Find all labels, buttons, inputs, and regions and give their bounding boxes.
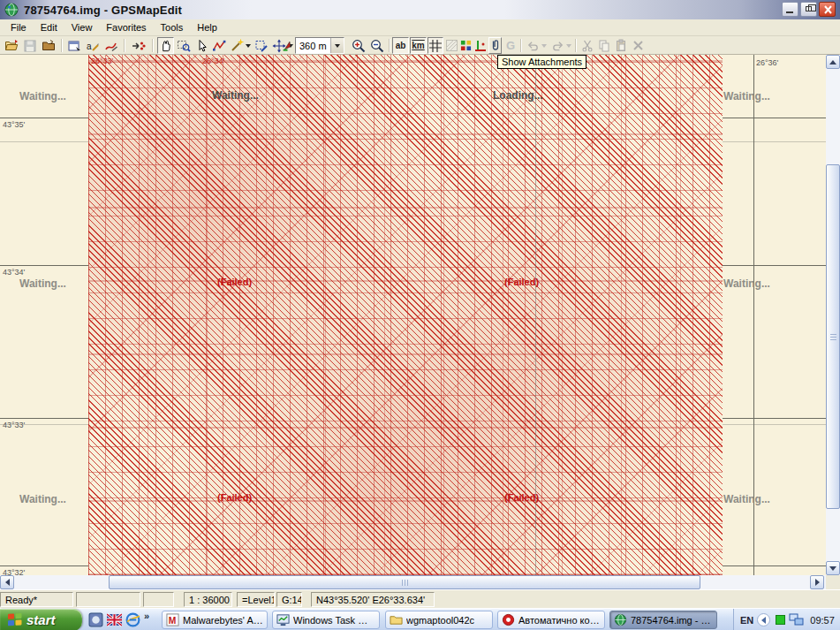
show-levels-button[interactable]	[473, 37, 488, 54]
task-malwarebytes[interactable]: M Malwarebytes' An...	[162, 611, 268, 629]
title-bar[interactable]: 78754764.img - GPSMapEdit	[0, 0, 840, 19]
tile-status-failed: (Failed)	[217, 492, 252, 503]
menu-view[interactable]: View	[64, 20, 100, 34]
margin-status-waiting: Waiting...	[723, 90, 770, 102]
show-labels-button[interactable]: ab	[392, 37, 409, 54]
task-gpsmapedit-active[interactable]: 78754764.img - G...	[609, 611, 717, 629]
chevron-down-icon	[335, 44, 340, 48]
task-task-manager[interactable]: Windows Task Ma...	[272, 611, 380, 629]
show-hatch-button[interactable]	[444, 37, 458, 54]
menu-tools[interactable]: Tools	[154, 20, 191, 34]
menu-favorites[interactable]: Favorites	[99, 20, 153, 34]
map-canvas[interactable]: 26°33' 26°34' Waiting... Loading... (Fai…	[88, 55, 723, 575]
scroll-down-button[interactable]	[826, 561, 840, 575]
close-map-button[interactable]	[40, 37, 57, 54]
quicklaunch-app-icon[interactable]	[88, 612, 103, 627]
magic-wand-button[interactable]	[228, 37, 252, 54]
wand-dropdown-icon[interactable]	[246, 44, 251, 48]
folder-icon	[390, 613, 403, 626]
paste-button[interactable]	[613, 37, 629, 54]
vertical-scrollbar[interactable]	[826, 55, 840, 575]
open-map-button[interactable]	[3, 37, 20, 54]
restore-button[interactable]	[800, 2, 817, 17]
latitude-label: 43°33'	[3, 421, 25, 429]
task-avtomatichno[interactable]: Автоматично кон...	[497, 611, 605, 629]
tile-edge-line	[723, 424, 826, 425]
graticule-line	[723, 418, 826, 419]
toolbar-separator	[61, 39, 63, 52]
paperclip-icon	[490, 39, 501, 52]
toolbar: a	[0, 36, 840, 55]
chevron-right-icon	[815, 579, 820, 586]
scale-dropdown-button[interactable]	[330, 38, 344, 53]
network-tray-icon[interactable]	[789, 613, 804, 626]
horizontal-scrollbar[interactable]	[0, 575, 826, 589]
scroll-up-button[interactable]	[826, 55, 840, 69]
application-window: 78754764.img - GPSMapEdit File Edit View…	[0, 0, 840, 630]
google-g-icon: G	[506, 39, 515, 52]
edit-routes-button[interactable]	[102, 37, 120, 54]
menu-edit[interactable]: Edit	[34, 20, 64, 34]
horizontal-scroll-thumb[interactable]	[109, 575, 700, 589]
malwarebytes-icon: M	[166, 613, 179, 626]
cut-button[interactable]	[579, 37, 595, 54]
trackpoint-button[interactable]	[281, 37, 294, 54]
quicklaunch-overflow-chevron[interactable]: »	[144, 611, 149, 621]
tray-collapse-button[interactable]	[757, 613, 770, 626]
clock[interactable]: 09:57	[810, 615, 835, 626]
vertical-scroll-thumb[interactable]	[826, 164, 840, 509]
margin-status-waiting: Waiting...	[19, 493, 66, 505]
scale-combo[interactable]: 360 m	[295, 37, 344, 54]
show-grid-button[interactable]	[428, 37, 443, 54]
window-title: 78754764.img - GPSMapEdit	[24, 4, 182, 17]
status-level: =Level1	[237, 592, 275, 607]
red-disc-icon	[502, 613, 515, 626]
margin-status-waiting: Waiting...	[19, 277, 66, 290]
save-floppy-icon	[23, 39, 37, 53]
map-properties-button[interactable]	[65, 37, 83, 54]
select-tool-button[interactable]	[193, 37, 209, 54]
map-workspace[interactable]: 26°33' 26°34' Waiting... Loading... (Fai…	[0, 55, 840, 575]
color-types-icon	[460, 40, 472, 51]
scroll-left-button[interactable]	[0, 575, 14, 589]
attach-points-button[interactable]	[129, 37, 148, 54]
chevron-left-icon	[5, 579, 10, 586]
language-indicator[interactable]: EN	[740, 615, 753, 626]
start-button[interactable]: start	[0, 609, 82, 630]
delete-button[interactable]	[630, 37, 646, 54]
start-label: start	[26, 612, 56, 627]
close-button[interactable]	[819, 2, 836, 17]
scroll-right-button[interactable]	[810, 575, 824, 589]
edit-labels-button[interactable]: a	[84, 37, 102, 54]
copy-button[interactable]	[596, 37, 612, 54]
minimize-button[interactable]	[782, 2, 798, 17]
task-wgmaptool[interactable]: wgmaptool042c	[385, 611, 493, 629]
redo-button[interactable]	[549, 37, 572, 54]
edit-object-button[interactable]	[253, 37, 269, 54]
route-pencil-icon	[104, 39, 118, 53]
menu-file[interactable]: File	[4, 20, 34, 34]
uk-flag-icon[interactable]	[107, 612, 122, 627]
tile-edge-line	[723, 141, 826, 142]
tile-edge-line	[0, 141, 88, 142]
undo-button[interactable]	[525, 37, 548, 54]
show-attachments-button[interactable]	[488, 37, 502, 54]
map-grid-label: 26°34'	[202, 57, 224, 65]
svg-text:a: a	[87, 42, 92, 51]
status-panel-empty	[76, 592, 140, 607]
zoom-out-button[interactable]	[368, 37, 386, 54]
internet-explorer-icon[interactable]	[125, 612, 140, 627]
tray-status-icon[interactable]	[776, 615, 785, 625]
google-view-button[interactable]: G	[503, 37, 518, 54]
show-scale-button[interactable]: km	[410, 37, 427, 54]
object-types-button[interactable]	[458, 37, 473, 54]
draw-polyline-button[interactable]	[210, 37, 227, 54]
pan-tool-button[interactable]	[157, 37, 174, 54]
save-map-button[interactable]	[21, 37, 39, 54]
properties-icon	[67, 39, 81, 53]
grid-icon	[429, 40, 442, 52]
menu-help[interactable]: Help	[190, 20, 224, 34]
zoom-in-button[interactable]	[350, 37, 367, 54]
tile-status-failed: (Failed)	[217, 277, 252, 287]
zoom-select-button[interactable]	[175, 37, 192, 54]
